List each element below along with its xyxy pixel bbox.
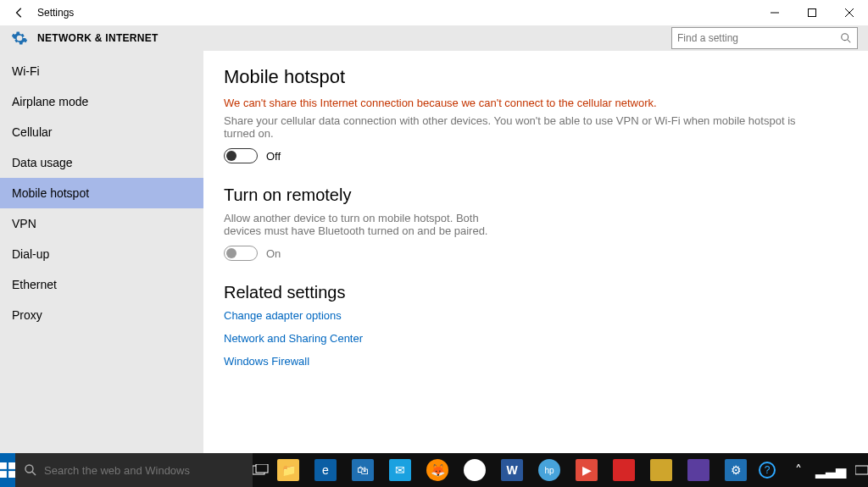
svg-rect-11 xyxy=(855,466,868,474)
task-view-icon xyxy=(253,464,270,476)
start-button[interactable] xyxy=(0,453,15,487)
battery-icon xyxy=(855,465,868,475)
store-icon: 🛍 xyxy=(352,459,374,481)
hotspot-toggle-label: Off xyxy=(266,150,281,163)
link-windows-firewall[interactable]: Windows Firewall xyxy=(224,355,848,368)
app-gold[interactable] xyxy=(643,453,680,487)
sidebar-item-mobile-hotspot[interactable]: Mobile hotspot xyxy=(0,178,203,208)
app-settings[interactable]: ⚙ xyxy=(717,453,754,487)
search-icon xyxy=(24,463,37,477)
sidebar-item-label: Data usage xyxy=(12,156,73,169)
minimize-icon xyxy=(771,8,779,17)
link-network-sharing-center[interactable]: Network and Sharing Center xyxy=(224,332,848,345)
taskbar-search-input[interactable] xyxy=(44,464,244,477)
firefox-icon: 🦊 xyxy=(426,459,448,481)
section-heading-related: Related settings xyxy=(224,283,848,302)
sidebar-item-label: VPN xyxy=(12,217,36,230)
hotspot-toggle[interactable] xyxy=(224,148,258,163)
svg-rect-3 xyxy=(8,462,15,469)
svg-point-6 xyxy=(25,465,33,473)
content-pane: Mobile hotspot We can't share this Inter… xyxy=(203,51,868,453)
close-button[interactable] xyxy=(831,0,868,25)
sidebar-item-dial-up[interactable]: Dial-up xyxy=(0,239,203,269)
close-icon xyxy=(845,8,854,17)
sidebar-item-label: Mobile hotspot xyxy=(12,186,89,200)
section-desc-remote: Allow another device to turn on mobile h… xyxy=(224,212,495,237)
search-input[interactable] xyxy=(677,32,840,44)
section-heading-remote: Turn on remotely xyxy=(224,185,848,205)
tray-chevron-up[interactable]: ˄ xyxy=(785,453,810,487)
sidebar-item-label: Wi-Fi xyxy=(12,64,40,78)
settings-header: NETWORK & INTERNET xyxy=(0,25,868,51)
mail-icon: ✉ xyxy=(389,459,411,481)
svg-rect-8 xyxy=(256,464,268,473)
link-change-adapter-options[interactable]: Change adapter options xyxy=(224,309,848,322)
app-icon xyxy=(650,459,672,481)
gear-icon: ⚙ xyxy=(725,459,747,481)
sidebar-item-label: Dial-up xyxy=(12,247,49,261)
page-description: Share your cellular data connection with… xyxy=(224,114,800,140)
app-file-explorer[interactable]: 📁 xyxy=(270,453,307,487)
chevron-up-icon: ˄ xyxy=(795,462,802,479)
app-edge[interactable]: e xyxy=(307,453,344,487)
taskbar-search[interactable] xyxy=(15,453,253,487)
sidebar-item-airplane-mode[interactable]: Airplane mode xyxy=(0,86,203,117)
tray-battery[interactable] xyxy=(850,453,868,487)
app-word[interactable]: W xyxy=(493,453,531,487)
help-icon: ? xyxy=(759,462,776,479)
sidebar-item-proxy[interactable]: Proxy xyxy=(0,300,203,330)
svg-point-1 xyxy=(842,34,849,41)
settings-search[interactable] xyxy=(671,27,858,49)
sidebar-item-wifi[interactable]: Wi-Fi xyxy=(0,56,203,86)
sidebar-item-vpn[interactable]: VPN xyxy=(0,208,203,239)
app-hp[interactable]: hp xyxy=(531,453,568,487)
back-button[interactable] xyxy=(8,2,31,24)
gear-icon xyxy=(10,29,29,47)
edge-icon: e xyxy=(314,459,337,481)
window-title: Settings xyxy=(37,7,74,19)
toggle-knob xyxy=(226,151,236,161)
app-firefox[interactable]: 🦊 xyxy=(419,453,456,487)
maximize-icon xyxy=(808,8,816,17)
app-mail[interactable]: ✉ xyxy=(381,453,419,487)
sidebar-item-data-usage[interactable]: Data usage xyxy=(0,147,203,178)
app-icon xyxy=(687,459,709,481)
category-title: NETWORK & INTERNET xyxy=(37,32,159,44)
windows-icon xyxy=(0,462,15,478)
svg-rect-2 xyxy=(0,462,7,469)
minimize-button[interactable] xyxy=(756,0,793,25)
tray-help[interactable]: ? xyxy=(754,453,780,487)
titlebar: Settings xyxy=(0,0,868,25)
hp-icon: hp xyxy=(538,459,560,481)
app-icon xyxy=(613,459,635,481)
remote-toggle xyxy=(224,246,258,261)
maximize-button[interactable] xyxy=(793,0,831,25)
remote-toggle-label: On xyxy=(266,247,281,260)
chrome-icon: ◉ xyxy=(464,459,486,481)
remote-toggle-row: On xyxy=(224,246,848,261)
app-chrome[interactable]: ◉ xyxy=(456,453,493,487)
app-media[interactable]: ▶ xyxy=(568,453,605,487)
sidebar-item-label: Airplane mode xyxy=(12,95,88,108)
tray-cellular[interactable]: ▂▃▅ xyxy=(816,453,845,487)
page-title: Mobile hotspot xyxy=(224,66,848,88)
sidebar-item-label: Proxy xyxy=(12,308,42,322)
arrow-left-icon xyxy=(14,7,25,19)
sidebar-item-label: Ethernet xyxy=(12,278,57,291)
search-icon xyxy=(840,32,852,44)
app-store[interactable]: 🛍 xyxy=(344,453,381,487)
sidebar: Wi-Fi Airplane mode Cellular Data usage … xyxy=(0,51,203,453)
sidebar-item-cellular[interactable]: Cellular xyxy=(0,117,203,147)
app-red[interactable] xyxy=(605,453,643,487)
svg-rect-5 xyxy=(8,471,15,478)
svg-rect-4 xyxy=(0,471,7,478)
sidebar-item-ethernet[interactable]: Ethernet xyxy=(0,269,203,300)
play-icon: ▶ xyxy=(576,459,598,481)
taskbar: 📁 e 🛍 ✉ 🦊 ◉ W hp ▶ ⚙ ? ˄ ▂▃▅ 🔊 3:28 PM 2… xyxy=(0,453,868,487)
app-purple[interactable] xyxy=(680,453,717,487)
hotspot-toggle-row: Off xyxy=(224,148,848,163)
svg-text:?: ? xyxy=(765,464,771,476)
svg-rect-0 xyxy=(809,9,816,17)
task-view-button[interactable] xyxy=(253,453,270,487)
folder-icon: 📁 xyxy=(277,459,299,481)
